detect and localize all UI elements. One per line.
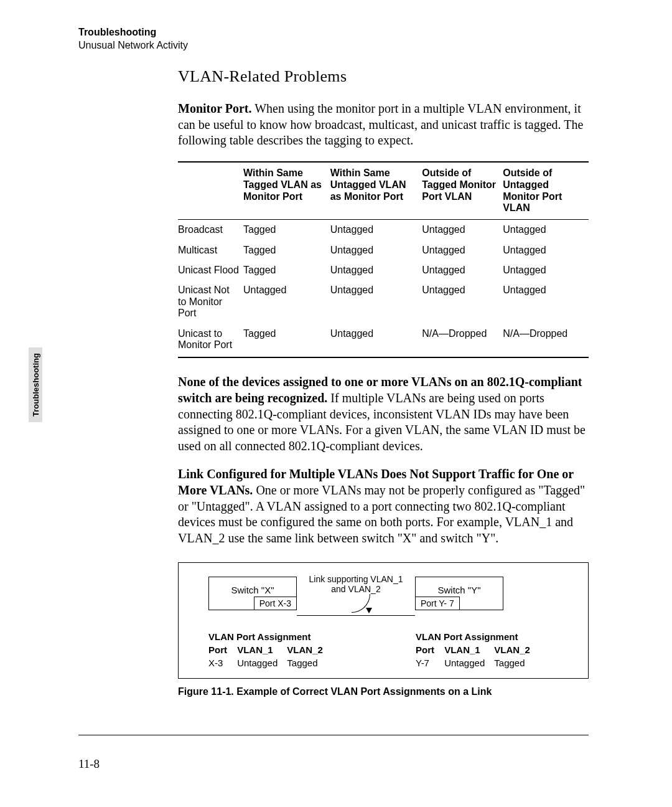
paragraph-devices-not-recognized: None of the devices assigned to one or m… [178, 374, 589, 454]
cell: Broadcast [178, 220, 243, 240]
cell: Untagged [503, 220, 589, 240]
table-row: Multicast Tagged Untagged Untagged Untag… [178, 240, 589, 260]
cell: Unicast to Monitor Port [178, 324, 243, 358]
tagging-table: Within Same Tagged VLAN as Monitor Port … [178, 161, 589, 359]
cell: N/A—Dropped [422, 324, 503, 358]
left-v1: Untagged [237, 658, 284, 668]
cell: Tagged [243, 324, 330, 358]
cell: Untagged [422, 280, 503, 323]
main-content: VLAN-Related Problems Monitor Port. When… [178, 67, 589, 697]
paragraph-monitor-port: Monitor Port. When using the monitor por… [178, 101, 589, 149]
switch-x-box: Switch "X" Port X-3 [208, 577, 297, 610]
cell: Untagged [330, 220, 422, 240]
figure-caption: Figure 11-1. Example of Correct VLAN Por… [178, 686, 589, 697]
table-row: Unicast Flood Tagged Untagged Untagged U… [178, 260, 589, 280]
side-tab-label: Troubleshooting [31, 353, 40, 417]
th-blank [178, 162, 243, 220]
cell: Untagged [330, 240, 422, 260]
th-3: Outside of Tagged Monitor Port VLAN [422, 162, 503, 220]
hdr-vlan1: VLAN_1 [237, 644, 284, 655]
table-body: Broadcast Tagged Untagged Untagged Untag… [178, 220, 589, 358]
right-v2: Tagged [494, 658, 531, 668]
arrow-head-icon [366, 608, 372, 613]
switch-x-port: Port X-3 [254, 597, 297, 611]
side-tab: Troubleshooting [29, 347, 42, 422]
cell: Unicast Flood [178, 260, 243, 280]
link-label: Link supporting VLAN_1 and VLAN_2 [297, 574, 415, 594]
link-label-line2: and VLAN_2 [331, 584, 380, 594]
running-header: Troubleshooting Unusual Network Activity [78, 26, 188, 52]
cell: Untagged [422, 260, 503, 280]
cell: Tagged [243, 260, 330, 280]
right-v1: Untagged [444, 658, 492, 668]
th-2: Within Same Untagged VLAN as Monitor Por… [330, 162, 422, 220]
th-4: Outside of Untagged Monitor Port VLAN [503, 162, 589, 220]
cell: Tagged [243, 220, 330, 240]
right-port: Y-7 [416, 658, 442, 668]
footer-rule [78, 735, 589, 735]
assign-title-left: VLAN Port Assignment [208, 631, 383, 642]
cell: Untagged [503, 240, 589, 260]
hdr-port-r: Port [416, 644, 442, 655]
hdr-port: Port [208, 644, 235, 655]
link-label-line1: Link supporting VLAN_1 [309, 574, 403, 584]
cell: Tagged [243, 240, 330, 260]
cell: Multicast [178, 240, 243, 260]
section-title: VLAN-Related Problems [178, 67, 589, 86]
para1-lead: Monitor Port. [178, 101, 252, 115]
switch-y-name: Switch "Y" [428, 585, 490, 596]
cell: Untagged [422, 220, 503, 240]
table-row: Broadcast Tagged Untagged Untagged Untag… [178, 220, 589, 240]
switch-x-name: Switch "X" [222, 585, 284, 596]
section-name: Unusual Network Activity [78, 39, 188, 52]
cell: Untagged [503, 260, 589, 280]
hdr-vlan1-r: VLAN_1 [444, 644, 492, 655]
assignment-left: VLAN Port Assignment Port VLAN_1 VLAN_2 … [196, 631, 383, 668]
cell: Untagged [422, 240, 503, 260]
assign-title-right: VLAN Port Assignment [416, 631, 571, 642]
cell: N/A—Dropped [503, 324, 589, 358]
link-line [297, 615, 415, 616]
paragraph-link-multiple-vlans: Link Configured for Multiple VLANs Does … [178, 466, 589, 546]
cell: Unicast Not to Monitor Port [178, 280, 243, 323]
page-number: 11-8 [78, 757, 100, 771]
table-row: Unicast Not to Monitor Port Untagged Unt… [178, 280, 589, 323]
assignment-right: VLAN Port Assignment Port VLAN_1 VLAN_2 … [383, 631, 571, 668]
hdr-vlan2: VLAN_2 [287, 644, 324, 655]
table-row: Unicast to Monitor Port Tagged Untagged … [178, 324, 589, 358]
hdr-vlan2-r: VLAN_2 [494, 644, 531, 655]
left-port: X-3 [208, 658, 235, 668]
figure-box: Switch "X" Port X-3 Link supporting VLAN… [178, 562, 589, 679]
cell: Untagged [503, 280, 589, 323]
switch-y-box: Switch "Y" Port Y- 7 [415, 577, 503, 610]
cell: Untagged [330, 280, 422, 323]
chapter-name: Troubleshooting [78, 26, 188, 39]
switch-y-port: Port Y- 7 [415, 597, 460, 611]
cell: Untagged [330, 260, 422, 280]
cell: Untagged [243, 280, 330, 323]
assignment-row: VLAN Port Assignment Port VLAN_1 VLAN_2 … [196, 631, 571, 668]
cell: Untagged [330, 324, 422, 358]
th-1: Within Same Tagged VLAN as Monitor Port [243, 162, 330, 220]
left-v2: Tagged [287, 658, 324, 668]
